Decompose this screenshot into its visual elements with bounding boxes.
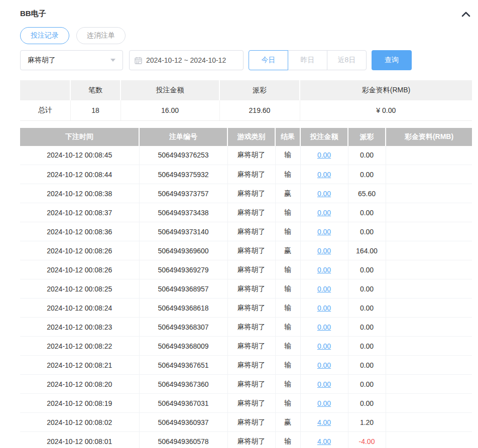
date-range-value: 2024-10-12 ~ 2024-10-12: [146, 56, 226, 64]
cell-bet: 0.00: [300, 165, 348, 184]
cell-id: 5064949360937: [139, 413, 227, 432]
cell-bonus: [386, 184, 472, 203]
records-header-game-type: 游戏类别: [227, 128, 275, 146]
table-row: 2024-10-12 00:08:015064949360578麻将胡了输4.0…: [20, 432, 472, 448]
cell-bet: 0.00: [300, 318, 348, 337]
summary-header-bet-amount: 投注金额: [121, 80, 219, 100]
summary-total-bet-amount: 16.00: [121, 100, 219, 120]
collapse-button[interactable]: [460, 10, 472, 19]
bet-amount-link[interactable]: 0.00: [317, 380, 331, 388]
cell-id: 5064949369279: [139, 260, 227, 279]
calendar-icon: [135, 57, 142, 64]
cell-time: 2024-10-12 00:08:26: [20, 241, 139, 260]
cell-id: 5064949369600: [139, 241, 227, 260]
last-8-days-button[interactable]: 近8日: [327, 50, 367, 70]
cell-payout: 1.20: [348, 413, 386, 432]
cell-id: 5064949376253: [139, 146, 227, 165]
bet-amount-link[interactable]: 0.00: [317, 361, 331, 369]
cell-time: 2024-10-12 00:08:24: [20, 298, 139, 318]
summary-table: 笔数 投注金额 派彩 彩金资料(RMB) 总计 18 16.00 219.60 …: [20, 80, 472, 121]
cell-result: 赢: [275, 184, 300, 203]
table-row: 2024-10-12 00:08:025064949360937麻将胡了赢4.0…: [20, 413, 472, 432]
records-header-bonus: 彩金资料(RMB): [386, 128, 472, 146]
table-row: 2024-10-12 00:08:195064949367031麻将胡了输0.0…: [20, 394, 472, 413]
game-select[interactable]: 麻将胡了: [20, 50, 123, 70]
cell-bet: 0.00: [300, 337, 348, 356]
bet-amount-link[interactable]: 0.00: [317, 342, 331, 350]
records-header-row: 下注时间 注单编号 游戏类别 结果 投注金额 派彩 彩金资料(RMB): [20, 128, 472, 146]
bet-amount-link[interactable]: 0.00: [317, 228, 331, 236]
cell-result: 输: [275, 146, 300, 165]
cell-result: 赢: [275, 241, 300, 260]
cell-bet: 0.00: [300, 241, 348, 260]
summary-total-row: 总计 18 16.00 219.60 ¥ 0.00: [20, 100, 472, 120]
cell-bonus: [386, 413, 472, 432]
summary-header-row: 笔数 投注金额 派彩 彩金资料(RMB): [20, 80, 472, 100]
cell-id: 5064949368618: [139, 298, 227, 318]
bet-amount-link[interactable]: 0.00: [317, 304, 331, 312]
cell-time: 2024-10-12 00:08:21: [20, 356, 139, 375]
summary-total-label: 总计: [20, 100, 70, 120]
date-range-input[interactable]: 2024-10-12 ~ 2024-10-12: [129, 50, 244, 70]
cell-bonus: [386, 318, 472, 337]
caret-down-icon: [110, 59, 115, 62]
table-row: 2024-10-12 00:08:445064949375932麻将胡了输0.0…: [20, 165, 472, 184]
bet-amount-link[interactable]: 0.00: [317, 266, 331, 274]
cell-bonus: [386, 146, 472, 165]
cell-time: 2024-10-12 00:08:45: [20, 146, 139, 165]
table-row: 2024-10-12 00:08:245064949368618麻将胡了输0.0…: [20, 298, 472, 318]
cell-game: 麻将胡了: [227, 184, 275, 203]
bet-amount-link[interactable]: 0.00: [317, 399, 331, 407]
cell-result: 输: [275, 356, 300, 375]
cell-time: 2024-10-12 00:08:23: [20, 318, 139, 337]
today-button[interactable]: 今日: [249, 50, 288, 70]
cell-bet: 0.00: [300, 203, 348, 222]
cell-id: 5064949368307: [139, 318, 227, 337]
cell-payout: 0.00: [348, 375, 386, 394]
cell-bonus: [386, 298, 472, 318]
bet-amount-link[interactable]: 0.00: [317, 190, 331, 198]
cell-result: 赢: [275, 413, 300, 432]
chevron-up-icon: [461, 12, 471, 19]
bet-amount-link[interactable]: 4.00: [317, 418, 331, 426]
bet-amount-link[interactable]: 0.00: [317, 247, 331, 255]
bet-amount-link[interactable]: 0.00: [317, 171, 331, 179]
cell-payout: 65.60: [348, 184, 386, 203]
bet-amount-link[interactable]: 0.00: [317, 209, 331, 217]
bet-amount-link[interactable]: 0.00: [317, 151, 331, 159]
cell-id: 5064949368009: [139, 337, 227, 356]
cell-game: 麻将胡了: [227, 298, 275, 318]
cell-game: 麻将胡了: [227, 203, 275, 222]
cell-id: 5064949367031: [139, 394, 227, 413]
table-row: 2024-10-12 00:08:365064949373140麻将胡了输0.0…: [20, 222, 472, 241]
cell-result: 输: [275, 394, 300, 413]
tab-cancelled-bets[interactable]: 连消注单: [76, 27, 126, 44]
yesterday-button[interactable]: 昨日: [288, 50, 327, 70]
tab-bet-records[interactable]: 投注记录: [20, 27, 69, 44]
cell-payout: 0.00: [348, 356, 386, 375]
cell-result: 输: [275, 298, 300, 318]
cell-payout: 0.00: [348, 298, 386, 318]
cell-game: 麻将胡了: [227, 260, 275, 279]
cell-time: 2024-10-12 00:08:37: [20, 203, 139, 222]
bet-records-panel: BB电子 投注记录 连消注单 麻将胡了 2024-10-12 ~ 2024-10…: [20, 0, 472, 448]
cell-time: 2024-10-12 00:08:19: [20, 394, 139, 413]
search-button[interactable]: 查询: [372, 50, 412, 70]
summary-total-bonus: ¥ 0.00: [300, 100, 472, 120]
cell-bet: 0.00: [300, 279, 348, 298]
cell-time: 2024-10-12 00:08:36: [20, 222, 139, 241]
bet-amount-link[interactable]: 0.00: [317, 285, 331, 293]
bet-amount-link[interactable]: 4.00: [317, 437, 331, 445]
cell-bet: 0.00: [300, 298, 348, 318]
bet-amount-link[interactable]: 0.00: [317, 323, 331, 331]
cell-bonus: [386, 165, 472, 184]
table-row: 2024-10-12 00:08:215064949367651麻将胡了输0.0…: [20, 356, 472, 375]
cell-bet: 0.00: [300, 146, 348, 165]
panel-header: BB电子: [20, 9, 472, 19]
cell-payout: 0.00: [348, 260, 386, 279]
records-header-bet-amount: 投注金额: [300, 128, 348, 146]
cell-payout: 0.00: [348, 165, 386, 184]
cell-time: 2024-10-12 00:08:44: [20, 165, 139, 184]
cell-game: 麻将胡了: [227, 222, 275, 241]
table-row: 2024-10-12 00:08:455064949376253麻将胡了输0.0…: [20, 146, 472, 165]
